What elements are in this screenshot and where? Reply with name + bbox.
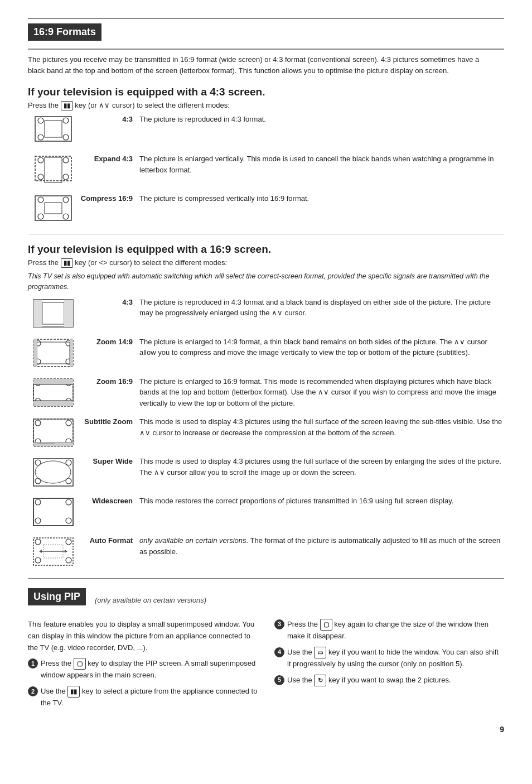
svg-marker-68: [65, 550, 67, 553]
svg-point-4: [63, 134, 69, 140]
svg-rect-31: [37, 342, 70, 364]
svg-rect-48: [33, 442, 73, 446]
mode-label-compress-169: Compress 16:9: [78, 193, 139, 203]
svg-point-15: [38, 214, 43, 219]
mode-icon-superwide: [28, 456, 78, 488]
pip-step-5-num: 5: [274, 675, 284, 685]
mode-label-169-43: 4:3: [78, 297, 139, 306]
mode-desc-zoom149: The picture is enlarged to 14:9 format, …: [139, 336, 504, 358]
svg-point-10: [63, 174, 69, 180]
pip-step-3-text: Press the ▢ key again to change the size…: [287, 619, 504, 641]
key-icon-43: ▮▮: [61, 101, 73, 110]
svg-rect-41: [33, 384, 73, 401]
pip-step-2-text: Use the ▮▮ key to select a picture from …: [41, 686, 258, 708]
pip-step-5: 5 Use the ↻ key if you want to swap the …: [274, 675, 504, 686]
mode-row-superwide: Super Wide This mode is used to display …: [28, 456, 504, 488]
mode-row-compress-169: Compress 16:9 The picture is compressed …: [28, 193, 504, 225]
section-title-169: 16:9 Formats: [28, 23, 101, 41]
pip-step-3-num: 3: [274, 619, 284, 629]
svg-rect-50: [33, 459, 73, 486]
svg-point-65: [35, 557, 41, 563]
pip-left-column: This feature enables you to display a sm…: [28, 619, 258, 714]
mode-icon-autoformat: [28, 535, 78, 567]
mode-icon-expand-43: [28, 153, 78, 185]
mode-desc-subtitle-zoom: This mode is used to display 4:3 picture…: [139, 416, 504, 438]
svg-point-60: [66, 518, 71, 523]
svg-point-7: [38, 157, 43, 163]
mode-label-superwide: Super Wide: [78, 456, 139, 465]
mode-desc-expand-43: The picture is enlarged vertically. This…: [139, 153, 504, 175]
pip-title: Using PIP: [28, 588, 86, 605]
svg-point-58: [66, 499, 71, 505]
svg-rect-56: [33, 498, 73, 526]
mode-label-expand-43: Expand 4:3: [78, 153, 139, 163]
mode-icon-subtitle-zoom: [28, 416, 78, 448]
svg-point-44: [66, 420, 71, 426]
svg-point-2: [63, 118, 69, 123]
pip-right-column: 3 Press the ▢ key again to change the si…: [274, 619, 504, 714]
svg-rect-26: [33, 339, 73, 367]
mode-label-zoom169: Zoom 16:9: [78, 376, 139, 386]
svg-rect-40: [33, 401, 73, 406]
svg-rect-32: [33, 339, 37, 367]
italic-note-169: This TV set is also equipped with automa…: [28, 271, 504, 292]
pip-step-4-num: 4: [274, 647, 284, 657]
svg-rect-33: [70, 339, 73, 367]
mode-desc-zoom169: The picture is enlarged to 16:9 format. …: [139, 376, 504, 409]
svg-point-55: [35, 461, 71, 483]
svg-point-13: [38, 197, 43, 203]
svg-point-64: [66, 539, 71, 545]
press-line-169: Press the ▮▮ key (or <> cursor) to selec…: [28, 258, 504, 268]
svg-rect-39: [33, 379, 73, 384]
svg-point-66: [66, 557, 71, 563]
heading-43-screen: If your television is equipped with a 4:…: [28, 86, 504, 98]
key-icon-169: ▮▮: [61, 258, 73, 268]
pip-step-3: 3 Press the ▢ key again to change the si…: [274, 619, 504, 641]
svg-point-63: [35, 539, 41, 545]
svg-point-52: [66, 460, 71, 465]
pip-section: Using PIP (only available on certain ver…: [28, 588, 504, 714]
press-line-43: Press the ▮▮ key (or ∧∨ cursor) to selec…: [28, 101, 504, 110]
svg-rect-17: [45, 203, 62, 214]
pip-step-1: 1 Press the ▢ key to display the PIP scr…: [28, 658, 258, 680]
mode-label-subtitle-zoom: Subtitle Zoom: [78, 416, 139, 426]
mode-icon-compress-169: [28, 193, 78, 225]
key-pip-step4: ▭: [314, 647, 326, 658]
mode-icon-169-43: [28, 297, 78, 329]
svg-rect-24: [33, 300, 42, 327]
mode-icon-widescreen: [28, 496, 78, 527]
pip-only-note: (only available on certain versions): [95, 596, 206, 604]
mode-row-expand-43: Expand 4:3 The picture is enlarged verti…: [28, 153, 504, 185]
subsection-169-screen: If your television is equipped with a 16…: [28, 243, 504, 567]
pip-step-5-text: Use the ↻ key if you want to swap the 2 …: [287, 675, 504, 686]
pip-intro-text: This feature enables you to display a sm…: [28, 619, 258, 653]
key-pip-step2: ▮▮: [67, 686, 80, 698]
mode-desc-compress-169: The picture is compressed vertically int…: [139, 193, 504, 204]
mode-row-zoom149: Zoom 14:9 The picture is enlarged to 14:…: [28, 336, 504, 368]
mode-row-autoformat: Auto Format only available on certain ve…: [28, 535, 504, 567]
pip-step-1-num: 1: [28, 658, 38, 668]
svg-rect-23: [42, 302, 64, 324]
svg-point-57: [35, 499, 41, 505]
subsection-43-screen: If your television is equipped with a 4:…: [28, 86, 504, 225]
mode-desc-widescreen: This mode restores the correct proportio…: [139, 496, 504, 507]
svg-point-59: [35, 518, 41, 523]
mode-row-zoom169: Zoom 16:9 The picture is enlarged to 16:…: [28, 376, 504, 409]
pip-step-1-text: Press the ▢ key to display the PIP scree…: [41, 658, 258, 680]
svg-rect-12: [35, 196, 71, 220]
key-pip-step3: ▢: [320, 619, 332, 631]
mode-label-autoformat: Auto Format: [78, 535, 139, 545]
svg-rect-61: [33, 498, 73, 526]
svg-rect-11: [45, 157, 62, 182]
svg-point-16: [63, 214, 69, 219]
pip-step-2: 2 Use the ▮▮ key to select a picture fro…: [28, 686, 258, 708]
mode-label-widescreen: Widescreen: [78, 496, 139, 505]
mode-desc-superwide: This mode is used to display 4:3 picture…: [139, 456, 504, 478]
mode-desc-43-normal: The picture is reproduced in 4:3 format.: [139, 114, 504, 125]
svg-point-3: [38, 134, 43, 140]
svg-point-43: [35, 420, 41, 426]
heading-169-screen: If your television is equipped with a 16…: [28, 243, 504, 256]
pip-header: Using PIP (only available on certain ver…: [28, 588, 504, 612]
svg-rect-5: [45, 121, 62, 137]
intro-paragraph: The pictures you receive may be transmit…: [28, 54, 485, 76]
